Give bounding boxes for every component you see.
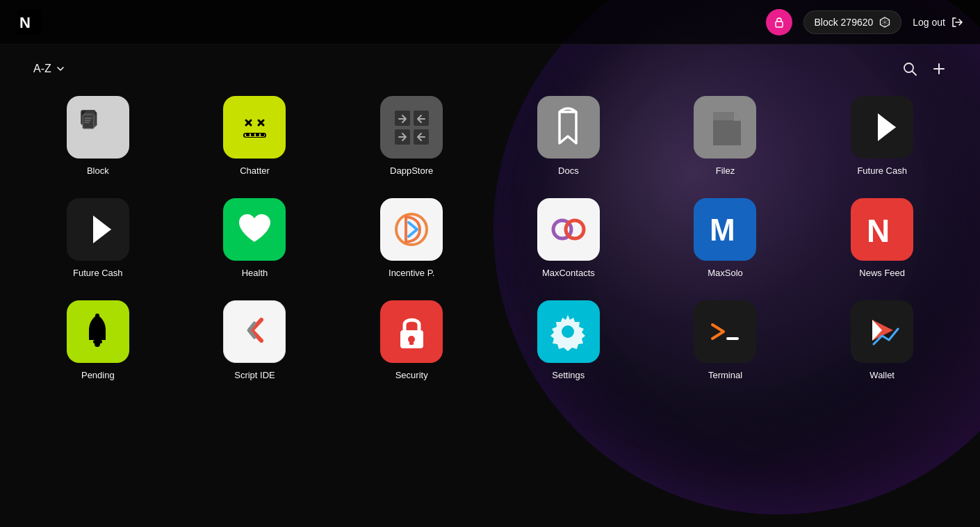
app-icon-dappstore (380, 96, 443, 159)
toolbar-actions (902, 61, 947, 76)
svg-point-39 (95, 314, 99, 318)
app-label-futurecash2: Future Cash (73, 268, 123, 278)
svg-rect-42 (409, 340, 414, 345)
app-label-futurecash1: Future Cash (857, 165, 907, 176)
app-item-health[interactable]: Health (190, 198, 320, 278)
app-item-chatter[interactable]: Chatter (190, 96, 320, 176)
app-icon-incentive (380, 198, 443, 261)
svg-rect-8 (83, 115, 94, 129)
app-item-settings[interactable]: Settings (504, 300, 633, 380)
app-item-maxcontacts[interactable]: MaxContacts (504, 198, 633, 278)
app-label-scriptide: Script IDE (234, 370, 275, 380)
navbar: N Block 279620 Log out (0, 0, 980, 44)
svg-marker-28 (878, 113, 896, 141)
search-icon (902, 61, 917, 76)
svg-rect-18 (256, 133, 259, 136)
chevron-down-icon (56, 64, 65, 74)
app-grid: Block (33, 96, 947, 380)
app-item-newsfeed[interactable]: N News Feed (817, 198, 947, 278)
logout-button[interactable]: Log out (913, 16, 963, 29)
app-label-block: Block (87, 165, 109, 176)
app-icon-maxcontacts (537, 198, 600, 261)
svg-point-9 (235, 108, 274, 147)
app-icon-futurecash2 (67, 198, 129, 261)
logout-icon (951, 16, 963, 29)
add-button[interactable] (931, 61, 947, 76)
app-label-newsfeed: News Feed (859, 268, 905, 278)
app-label-settings: Settings (552, 370, 585, 380)
app-item-dappstore[interactable]: DappStore (347, 96, 476, 176)
app-label-filez: Filez (716, 165, 735, 176)
svg-rect-2 (776, 22, 783, 27)
app-label-health: Health (242, 268, 268, 278)
app-item-block[interactable]: Block (33, 96, 163, 176)
app-icon-scriptide (223, 300, 286, 363)
svg-point-34 (566, 220, 584, 238)
svg-rect-19 (261, 133, 264, 136)
svg-rect-30 (86, 216, 93, 243)
svg-text:M: M (710, 213, 734, 247)
app-icon-block (67, 96, 129, 159)
app-icon-health (223, 198, 286, 261)
sort-label: A-Z (33, 63, 51, 75)
app-item-futurecash1[interactable]: Future Cash (817, 96, 947, 176)
svg-point-38 (95, 341, 100, 347)
app-icon-maxsolo: M (694, 198, 756, 261)
nav-left: N (17, 10, 42, 35)
svg-text:N: N (867, 213, 888, 249)
app-icon-settings (537, 300, 600, 363)
app-label-security: Security (395, 370, 428, 380)
app-label-terminal: Terminal (708, 370, 742, 380)
nav-right: Block 279620 Log out (766, 9, 963, 35)
app-label-dappstore: DappStore (390, 165, 433, 176)
app-icon-chatter (223, 96, 286, 159)
sort-button[interactable]: A-Z (33, 63, 65, 75)
app-icon-wallet (851, 300, 913, 363)
app-logo: N (17, 10, 42, 35)
svg-rect-24 (713, 112, 734, 120)
toolbar: A-Z (33, 61, 947, 76)
app-item-filez[interactable]: Filez (661, 96, 790, 176)
app-icon-terminal (694, 300, 756, 363)
app-icon-newsfeed: N (851, 198, 913, 261)
block-label: Block 279620 (814, 17, 873, 28)
svg-text:N: N (19, 14, 31, 31)
app-label-chatter: Chatter (240, 165, 270, 176)
app-item-futurecash2[interactable]: Future Cash (33, 198, 163, 278)
main-content: A-Z (0, 44, 980, 397)
app-icon-filez (694, 96, 756, 159)
svg-rect-45 (726, 337, 739, 340)
svg-rect-16 (246, 133, 250, 136)
app-item-wallet[interactable]: Wallet (817, 300, 947, 380)
app-icon-security (380, 300, 443, 363)
app-item-scriptide[interactable]: Script IDE (190, 300, 320, 380)
app-label-maxsolo: MaxSolo (708, 268, 743, 278)
svg-marker-31 (93, 216, 111, 243)
svg-point-44 (562, 325, 574, 338)
app-item-docs[interactable]: Docs (504, 96, 633, 176)
plus-icon (931, 61, 947, 76)
app-label-maxcontacts: MaxContacts (542, 268, 595, 278)
svg-marker-25 (734, 112, 741, 120)
svg-rect-17 (251, 133, 254, 136)
search-button[interactable] (902, 61, 917, 76)
app-label-incentive: Incentive P. (389, 268, 434, 278)
svg-rect-27 (871, 113, 878, 141)
app-item-pending[interactable]: Pending (33, 300, 163, 380)
app-icon-futurecash1 (851, 96, 913, 159)
cube-icon (879, 16, 891, 29)
app-item-terminal[interactable]: Terminal (661, 300, 790, 380)
lock-icon (774, 17, 785, 28)
lock-button[interactable] (766, 9, 792, 35)
logout-label: Log out (913, 17, 945, 28)
app-label-pending: Pending (81, 370, 115, 380)
app-item-incentive[interactable]: Incentive P. (347, 198, 476, 278)
block-button[interactable]: Block 279620 (803, 10, 901, 34)
app-icon-pending (67, 300, 129, 363)
app-label-docs: Docs (558, 165, 579, 176)
app-item-maxsolo[interactable]: M MaxSolo (661, 198, 790, 278)
app-label-wallet: Wallet (869, 370, 895, 380)
app-item-security[interactable]: Security (347, 300, 476, 380)
app-icon-docs (537, 96, 600, 159)
